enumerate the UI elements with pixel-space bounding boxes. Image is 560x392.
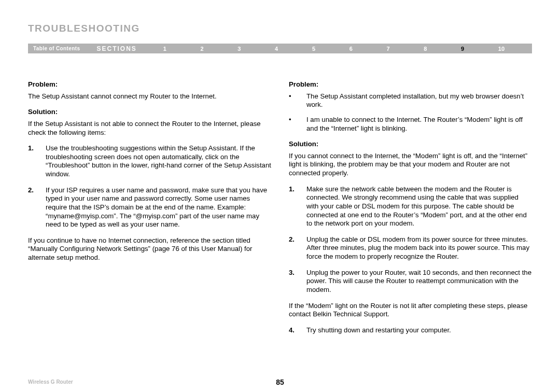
list-item: 3. Unplug the power to your Router, wait… (289, 269, 532, 295)
section-link-3[interactable]: 3 (237, 46, 241, 52)
footer-product-name: Wireless G Router (28, 379, 73, 385)
step-text: Make sure the network cable between the … (306, 185, 532, 228)
step-number: 1. (289, 185, 297, 228)
section-link-7[interactable]: 7 (386, 46, 389, 52)
step-text: Unplug the power to your Router, wait 10… (306, 269, 532, 295)
left-steps: 1. Use the troubleshooting suggestions w… (28, 144, 271, 229)
footer-page-number: 85 (276, 378, 284, 386)
right-problem-bullets: • The Setup Assistant completed installa… (289, 92, 532, 133)
list-item: 1. Use the troubleshooting suggestions w… (28, 144, 271, 179)
list-item: • I am unable to connect to the Internet… (289, 116, 532, 133)
left-column: Problem: The Setup Assistant cannot conn… (28, 80, 271, 342)
section-link-5[interactable]: 5 (312, 46, 315, 52)
step-number: 4. (289, 326, 297, 335)
bullet-text: The Setup Assistant completed installati… (306, 92, 532, 109)
right-column: Problem: • The Setup Assistant completed… (289, 80, 532, 342)
section-link-8[interactable]: 8 (424, 46, 427, 52)
section-link-4[interactable]: 4 (275, 46, 278, 52)
content-columns: Problem: The Setup Assistant cannot conn… (28, 80, 532, 342)
left-problem-heading: Problem: (28, 80, 271, 89)
sections-navbar: Table of Contents SECTIONS 1 2 3 4 5 6 7… (28, 44, 532, 53)
step-number: 2. (28, 186, 36, 229)
left-solution-heading: Solution: (28, 108, 271, 117)
list-item: 1. Make sure the network cable between t… (289, 185, 532, 228)
step-text: If your ISP requires a user name and pas… (46, 186, 271, 229)
bullet-text: I am unable to connect to the Internet. … (306, 116, 532, 133)
bullet-icon: • (289, 116, 297, 133)
toc-link[interactable]: Table of Contents (28, 46, 88, 51)
list-item: • The Setup Assistant completed installa… (289, 92, 532, 109)
step-number: 2. (289, 235, 297, 261)
page-title: TROUBLESHOOTING (28, 23, 532, 34)
step-text: Try shutting down and restarting your co… (306, 326, 532, 335)
step-text: Use the troubleshooting suggestions with… (46, 144, 271, 179)
left-solution-intro: If the Setup Assistant is not able to co… (28, 120, 271, 137)
sections-label: SECTIONS (88, 45, 146, 52)
section-links: 1 2 3 4 5 6 7 8 9 10 (146, 46, 532, 52)
section-link-2[interactable]: 2 (200, 46, 203, 52)
step-number: 3. (289, 269, 297, 295)
step-number: 1. (28, 144, 36, 179)
section-link-6[interactable]: 6 (349, 46, 353, 52)
right-mid-note: If the “Modem” light on the Router is no… (289, 302, 532, 319)
bullet-icon: • (289, 92, 297, 109)
section-link-1[interactable]: 1 (163, 46, 166, 52)
section-link-10[interactable]: 10 (498, 46, 505, 52)
list-item: 2. Unplug the cable or DSL modem from it… (289, 235, 532, 261)
left-closing-text: If you continue to have no Internet conn… (28, 236, 271, 262)
right-steps: 1. Make sure the network cable between t… (289, 185, 532, 295)
page-footer: Wireless G Router 85 (28, 379, 532, 385)
right-problem-heading: Problem: (289, 80, 532, 89)
right-steps-after: 4. Try shutting down and restarting your… (289, 326, 532, 335)
list-item: 4. Try shutting down and restarting your… (289, 326, 532, 335)
list-item: 2. If your ISP requires a user name and … (28, 186, 271, 229)
page: TROUBLESHOOTING Table of Contents SECTIO… (0, 0, 560, 392)
step-text: Unplug the cable or DSL modem from its p… (306, 235, 532, 261)
right-solution-heading: Solution: (289, 140, 532, 149)
right-solution-intro: If you cannot connect to the Internet, t… (289, 152, 532, 178)
section-link-9[interactable]: 9 (461, 46, 464, 52)
left-problem-text: The Setup Assistant cannot connect my Ro… (28, 92, 271, 101)
